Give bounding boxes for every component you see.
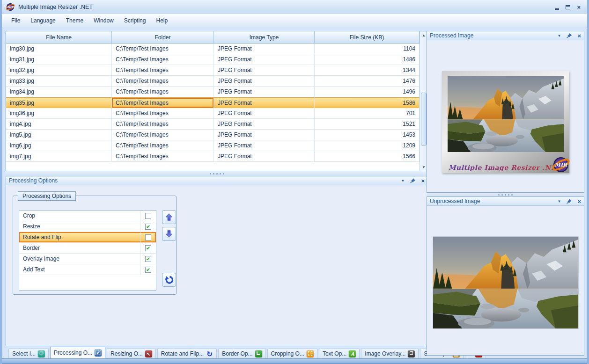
table-row[interactable]: img33.jpgC:\Temp\Test ImagesJPEG Format1… — [6, 76, 420, 87]
file-name-cell[interactable]: img6.jpg — [6, 140, 112, 151]
panel-menu-caret-icon[interactable]: ▼ — [557, 34, 561, 38]
table-row[interactable]: img7.jpgC:\Temp\Test ImagesJPEG Format15… — [6, 151, 420, 162]
panel-pin-icon[interactable] — [566, 198, 572, 204]
file-name-cell[interactable]: img7.jpg — [6, 151, 112, 162]
tab-resizing-options[interactable]: Resizing O...↖ — [107, 349, 156, 358]
file-name-cell[interactable]: img30.jpg — [6, 44, 112, 54]
file-name-cell[interactable]: img35.jpg — [6, 97, 112, 108]
file-name-cell[interactable]: img34.jpg — [6, 87, 112, 97]
menu-file[interactable]: File — [7, 15, 25, 26]
menu-help[interactable]: Help — [151, 15, 172, 26]
file-size-cell[interactable]: 1496 — [315, 87, 420, 97]
option-checkbox[interactable] — [140, 232, 156, 242]
table-row[interactable]: img36.jpgC:\Temp\Test ImagesJPEG Format7… — [6, 108, 420, 119]
file-size-cell[interactable]: 1566 — [315, 151, 420, 162]
panel-close-icon[interactable]: × — [421, 177, 425, 184]
panel-menu-caret-icon[interactable]: ▼ — [557, 199, 561, 204]
table-row[interactable]: img35.jpgC:\Temp\Test ImagesJPEG Format1… — [6, 97, 420, 108]
file-size-cell[interactable]: 1209 — [315, 140, 420, 151]
table-row[interactable]: img4.jpgC:\Temp\Test ImagesJPEG Format15… — [6, 119, 420, 130]
table-row[interactable]: img32.jpgC:\Temp\Test ImagesJPEG Format1… — [6, 65, 420, 76]
tab-border-options[interactable]: Border Op... — [218, 349, 265, 358]
file-size-cell[interactable]: 1476 — [315, 76, 420, 87]
tab-select-images[interactable]: Select I... — [8, 349, 49, 358]
file-size-cell[interactable]: 1344 — [315, 65, 420, 76]
image-type-cell[interactable]: JPEG Format — [214, 76, 315, 87]
folder-cell[interactable]: C:\Temp\Test Images — [112, 54, 214, 65]
folder-cell[interactable]: C:\Temp\Test Images — [112, 87, 214, 97]
horizontal-splitter[interactable] — [427, 193, 584, 197]
minimize-button[interactable] — [555, 8, 559, 10]
image-type-cell[interactable]: JPEG Format — [214, 54, 315, 65]
reset-options-button[interactable] — [162, 273, 176, 287]
image-type-cell[interactable]: JPEG Format — [214, 108, 315, 119]
menu-window[interactable]: Window — [89, 15, 118, 26]
scroll-thumb[interactable] — [421, 93, 427, 146]
option-checkbox[interactable]: ✔ — [140, 221, 156, 232]
option-checkbox[interactable] — [140, 211, 156, 221]
folder-cell[interactable]: C:\Temp\Test Images — [112, 108, 214, 119]
table-row[interactable]: img31.jpgC:\Temp\Test ImagesJPEG Format1… — [6, 54, 420, 65]
file-name-cell[interactable]: img5.jpg — [6, 130, 112, 140]
processing-option-row[interactable]: Add Text✔ — [19, 264, 156, 275]
folder-cell[interactable]: C:\Temp\Test Images — [112, 44, 214, 54]
file-size-cell[interactable]: 701 — [315, 108, 420, 119]
file-size-cell[interactable]: 1453 — [315, 130, 420, 140]
file-name-cell[interactable]: img4.jpg — [6, 119, 112, 130]
file-name-cell[interactable]: img33.jpg — [6, 76, 112, 87]
menu-theme[interactable]: Theme — [61, 15, 88, 26]
processing-option-row[interactable]: Resize✔ — [19, 221, 156, 232]
panel-close-icon[interactable]: × — [577, 32, 581, 39]
file-size-cell[interactable]: 1486 — [315, 54, 420, 65]
tab-image-overlay[interactable]: Image Overlay... — [361, 349, 419, 358]
image-type-cell[interactable]: JPEG Format — [214, 130, 315, 140]
menu-scripting[interactable]: Scripting — [119, 15, 151, 26]
image-type-cell[interactable]: JPEG Format — [214, 87, 315, 97]
image-type-cell[interactable]: JPEG Format — [214, 65, 315, 76]
tab-processing-options[interactable]: Processing O...✔ — [50, 347, 105, 358]
folder-cell[interactable]: C:\Temp\Test Images — [112, 130, 214, 140]
folder-cell[interactable]: C:\Temp\Test Images — [112, 119, 214, 130]
column-header[interactable]: File Size (KB) — [315, 31, 420, 44]
image-type-cell[interactable]: JPEG Format — [214, 97, 315, 108]
file-size-cell[interactable]: 1521 — [315, 119, 420, 130]
folder-cell[interactable]: C:\Temp\Test Images — [112, 140, 214, 151]
option-checkbox[interactable]: ✔ — [140, 264, 156, 275]
panel-pin-icon[interactable] — [566, 33, 572, 39]
column-header[interactable]: File Name — [6, 31, 112, 44]
image-type-cell[interactable]: JPEG Format — [214, 151, 315, 162]
table-row[interactable]: img5.jpgC:\Temp\Test ImagesJPEG Format14… — [6, 130, 420, 140]
panel-pin-icon[interactable] — [410, 178, 416, 184]
horizontal-splitter[interactable] — [6, 171, 428, 176]
folder-cell[interactable]: C:\Temp\Test Images — [112, 76, 214, 87]
move-option-down-button[interactable] — [162, 227, 176, 241]
tab-cropping-options[interactable]: Cropping O... — [267, 349, 317, 358]
maximize-button[interactable] — [566, 5, 570, 9]
image-type-cell[interactable]: JPEG Format — [214, 140, 315, 151]
panel-menu-caret-icon[interactable]: ▼ — [401, 179, 405, 183]
processing-option-row[interactable]: Rotate and Flip — [19, 232, 156, 243]
folder-cell[interactable]: C:\Temp\Test Images — [112, 97, 214, 108]
option-checkbox[interactable]: ✔ — [140, 243, 156, 253]
folder-cell[interactable]: C:\Temp\Test Images — [112, 65, 214, 76]
file-name-cell[interactable]: img31.jpg — [6, 54, 112, 65]
panel-close-icon[interactable]: × — [577, 198, 581, 205]
processing-option-row[interactable]: Crop — [19, 211, 156, 221]
file-name-cell[interactable]: img36.jpg — [6, 108, 112, 119]
tab-rotate-flip[interactable]: Rotate and Flip...↻ — [157, 349, 217, 358]
table-row[interactable]: img6.jpgC:\Temp\Test ImagesJPEG Format12… — [6, 140, 420, 151]
move-option-up-button[interactable] — [162, 210, 176, 224]
table-row[interactable]: img30.jpgC:\Temp\Test ImagesJPEG Format1… — [6, 44, 420, 54]
table-row[interactable]: img34.jpgC:\Temp\Test ImagesJPEG Format1… — [6, 87, 420, 97]
column-header[interactable]: Folder — [112, 31, 214, 44]
option-checkbox[interactable]: ✔ — [140, 254, 156, 264]
tab-text-options[interactable]: Text Op...A — [319, 349, 360, 358]
processing-option-row[interactable]: Border✔ — [19, 243, 156, 254]
file-size-cell[interactable]: 1104 — [315, 44, 420, 54]
file-size-cell[interactable]: 1586 — [315, 97, 420, 108]
folder-cell[interactable]: C:\Temp\Test Images — [112, 151, 214, 162]
image-type-cell[interactable]: JPEG Format — [214, 44, 315, 54]
menu-language[interactable]: Language — [26, 15, 60, 26]
column-header[interactable]: Image Type — [214, 31, 315, 44]
image-type-cell[interactable]: JPEG Format — [214, 119, 315, 130]
